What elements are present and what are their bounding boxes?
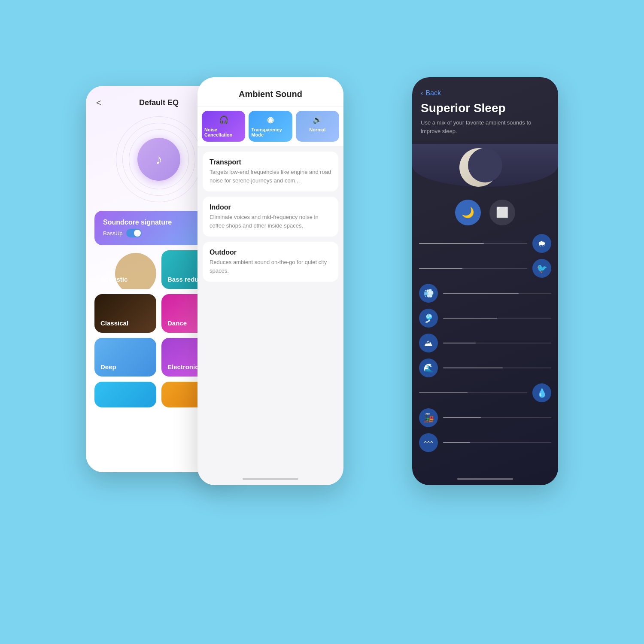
- tab-normal[interactable]: 🔊 Normal: [296, 111, 339, 142]
- sound-row-extra[interactable]: 〰: [419, 433, 551, 452]
- tab-transparency-mode[interactable]: ◉ Transparency Mode: [249, 111, 292, 142]
- sound-icon-chime[interactable]: 🎐: [419, 309, 438, 328]
- eq-center-icon[interactable]: ♪: [137, 138, 180, 181]
- eq-circle-area: ♪: [116, 116, 202, 202]
- sleep-back-button[interactable]: Back: [425, 89, 441, 97]
- indoor-title: Indoor: [210, 204, 331, 211]
- sleep-controls: 🌙 ⬜: [421, 200, 550, 225]
- ambient-header: Ambient Sound: [197, 77, 343, 106]
- sound-progress-extra: [443, 442, 470, 443]
- noise-tab-label: Noise Cancellation: [204, 127, 243, 137]
- preset-acoustic-label: Acoustic: [100, 276, 128, 283]
- moon-illustration: [412, 144, 558, 195]
- sound-line-rain: [419, 243, 527, 244]
- sound-progress-mountain: [443, 343, 476, 343]
- ambient-title: Ambient Sound: [239, 89, 302, 99]
- sound-line-chime: [443, 318, 551, 319]
- sleep-stop-button[interactable]: ⬜: [489, 200, 515, 225]
- sound-line-water: [419, 392, 527, 393]
- eq-back-button[interactable]: <: [96, 98, 101, 108]
- home-bar-sleep: [457, 478, 513, 480]
- sound-line-extra: [443, 442, 551, 443]
- sound-line-wave: [443, 368, 551, 368]
- sound-line-train: [443, 417, 551, 418]
- sleep-title: Superior Sleep: [412, 101, 558, 118]
- sleep-sound-list: 🌧 🐦 💨 🎐 ⛰: [412, 234, 558, 452]
- sound-icon-train[interactable]: 🚂: [419, 408, 438, 427]
- sound-line-wind: [443, 293, 551, 294]
- sound-icon-rain[interactable]: 🌧: [532, 234, 551, 253]
- moon-shadow: [468, 148, 502, 182]
- preset-deep-label: Deep: [100, 363, 116, 371]
- outdoor-title: Outdoor: [210, 249, 331, 256]
- ambient-section-indoor[interactable]: Indoor Eliminate voices and mid-frequenc…: [203, 197, 338, 237]
- transparency-tab-icon: ◉: [267, 115, 274, 125]
- sound-icon-water[interactable]: 💧: [532, 383, 551, 402]
- sound-progress-bird: [419, 268, 462, 269]
- sleep-timer-button[interactable]: 🌙: [455, 200, 481, 225]
- home-bar-ambient: [243, 478, 298, 480]
- normal-tab-icon: 🔊: [313, 115, 322, 125]
- sound-progress-rain: [419, 243, 484, 244]
- sleep-back-icon[interactable]: ‹: [421, 89, 423, 97]
- preset-electronic-label: Electronic: [167, 363, 199, 371]
- sound-row-water[interactable]: 💧: [419, 383, 551, 402]
- sound-row-train[interactable]: 🚂: [419, 408, 551, 427]
- sound-icon-bird[interactable]: 🐦: [532, 259, 551, 278]
- sound-icon-wind[interactable]: 💨: [419, 284, 438, 303]
- bassup-toggle[interactable]: [126, 229, 142, 237]
- transport-desc: Targets low-end frequencies like engine …: [210, 168, 331, 185]
- sound-progress-wind: [443, 293, 519, 294]
- preset-deep[interactable]: Deep: [94, 338, 156, 377]
- ambient-section-transport[interactable]: Transport Targets low-end frequencies li…: [203, 152, 338, 191]
- sound-progress-train: [443, 417, 481, 418]
- transparency-tab-label: Transparency Mode: [251, 127, 289, 137]
- eq-title: Default EQ: [139, 98, 179, 107]
- sleep-moon-icon: 🌙: [462, 207, 474, 219]
- preset-classical-label: Classical: [100, 319, 128, 327]
- sound-row-wind[interactable]: 💨: [419, 284, 551, 303]
- ambient-section-outdoor[interactable]: Outdoor Reduces ambient sound on-the-go …: [203, 242, 338, 282]
- preset-classical[interactable]: Classical: [94, 294, 156, 333]
- sound-row-mountain[interactable]: ⛰: [419, 334, 551, 352]
- sound-icon-extra[interactable]: 〰: [419, 433, 438, 452]
- ambient-tabs: 🎧 Noise Cancellation ◉ Transparency Mode…: [197, 106, 343, 146]
- sleep-header: ‹ Back: [412, 77, 558, 101]
- preset-dance-label: Dance: [167, 319, 187, 327]
- transport-title: Transport: [210, 158, 331, 166]
- indoor-desc: Eliminate voices and mid-frequency noise…: [210, 213, 331, 230]
- sound-icon-wave[interactable]: 🌊: [419, 358, 438, 377]
- normal-tab-label: Normal: [309, 127, 325, 132]
- sound-row-bird[interactable]: 🐦: [419, 259, 551, 278]
- sound-line-bird: [419, 268, 527, 269]
- outdoor-desc: Reduces ambient sound on-the-go for quie…: [210, 258, 331, 275]
- tab-noise-cancellation[interactable]: 🎧 Noise Cancellation: [202, 111, 245, 142]
- sound-row-chime[interactable]: 🎐: [419, 309, 551, 328]
- sound-row-rain[interactable]: 🌧: [419, 234, 551, 253]
- bassup-label: BassUp: [103, 230, 123, 237]
- preset-more-1[interactable]: [94, 382, 156, 407]
- sleep-stop-icon: ⬜: [496, 207, 509, 219]
- sound-line-mountain: [443, 343, 551, 343]
- noise-tab-icon: 🎧: [219, 115, 228, 125]
- sound-progress-water: [419, 392, 468, 393]
- sound-row-wave[interactable]: 🌊: [419, 358, 551, 377]
- scene: < Default EQ ♪ ✓ Soundcore signature Bas…: [86, 64, 558, 580]
- phone-sleep: ‹ Back Superior Sleep Use a mix of your …: [412, 77, 558, 485]
- preset-acoustic[interactable]: Acoustic: [94, 250, 156, 289]
- sound-icon-mountain[interactable]: ⛰: [419, 334, 438, 352]
- sleep-subtitle: Use a mix of your favorite ambient sound…: [412, 118, 558, 144]
- sound-progress-wave: [443, 368, 503, 368]
- sound-progress-chime: [443, 318, 497, 319]
- phone-ambient: Ambient Sound 🎧 Noise Cancellation ◉ Tra…: [197, 77, 343, 485]
